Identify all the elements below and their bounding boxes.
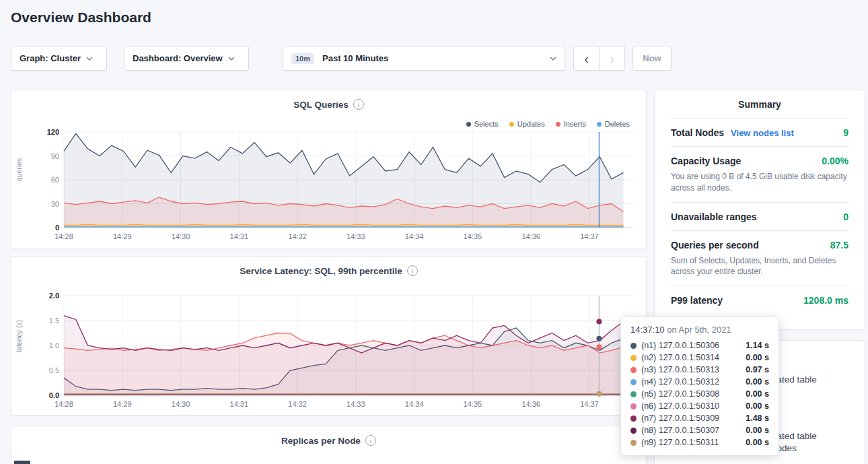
sql-queries-title: SQL Queries i bbox=[11, 99, 646, 110]
svg-text:14:35: 14:35 bbox=[464, 400, 482, 408]
chart-title-text: Replicas per Node bbox=[281, 436, 361, 446]
node-latency-value: 0.00 s bbox=[746, 353, 769, 362]
page-title: Overview Dashboard bbox=[11, 9, 151, 26]
svg-text:14:28: 14:28 bbox=[55, 400, 73, 408]
legend-label: Selects bbox=[474, 120, 499, 128]
node-color-dot bbox=[630, 355, 637, 361]
sql-legend: SelectsUpdatesInsertsDeletes bbox=[466, 120, 630, 128]
legend-label: Inserts bbox=[564, 120, 586, 128]
tooltip-row: (n6) 127.0.0.1:503100.00 s bbox=[630, 400, 769, 412]
graph-dropdown-label: Graph: Cluster bbox=[20, 53, 81, 63]
node-color-dot bbox=[630, 367, 637, 373]
summary-title: Summary bbox=[671, 90, 848, 119]
node-latency-value: 0.00 s bbox=[746, 438, 769, 447]
svg-text:14:36: 14:36 bbox=[521, 400, 540, 408]
legend-dot bbox=[597, 122, 602, 127]
unavailable-ranges-label: Unavailable ranges bbox=[671, 211, 757, 222]
tooltip-date: on Apr 5th, 2021 bbox=[665, 325, 731, 335]
svg-text:14:31: 14:31 bbox=[230, 232, 249, 240]
total-nodes-label: Total Nodes bbox=[671, 127, 724, 138]
service-latency-card: Service Latency: SQL, 99th percentile i … bbox=[11, 256, 647, 416]
legend-label: Updates bbox=[517, 120, 545, 128]
svg-text:120: 120 bbox=[47, 128, 59, 136]
time-next-button[interactable]: › bbox=[599, 46, 625, 71]
chart-hover-tooltip: 14:37:10 on Apr 5th, 2021 (n1) 127.0.0.1… bbox=[620, 317, 779, 456]
node-color-dot bbox=[630, 440, 637, 446]
tooltip-row: (n8) 127.0.0.1:503070.00 s bbox=[630, 424, 769, 436]
info-icon[interactable]: i bbox=[407, 265, 418, 276]
service-latency-title: Service Latency: SQL, 99th percentile i bbox=[11, 265, 646, 276]
svg-text:14:35: 14:35 bbox=[464, 232, 482, 240]
graph-dropdown[interactable]: Graph: Cluster bbox=[11, 46, 107, 71]
clipped-chart-content bbox=[14, 461, 30, 464]
svg-text:14:37: 14:37 bbox=[580, 232, 599, 240]
summary-row-capacity: Capacity Usage 0.00% You are using 0 B o… bbox=[671, 147, 848, 203]
summary-row-total-nodes: Total Nodes View nodes list 9 bbox=[671, 119, 848, 147]
dashboard-dropdown[interactable]: Dashboard: Overview bbox=[124, 46, 249, 71]
now-button-label: Now bbox=[643, 53, 661, 63]
legend-item-inserts[interactable]: Inserts bbox=[556, 120, 586, 128]
node-color-dot bbox=[630, 391, 637, 397]
node-color-dot bbox=[630, 403, 637, 409]
summary-row-p99: P99 latency 1208.0 ms bbox=[671, 286, 848, 314]
svg-text:0.5: 0.5 bbox=[49, 366, 59, 374]
tooltip-row: (n1) 127.0.0.1:503061.14 s bbox=[630, 339, 769, 352]
tooltip-row: (n9) 127.0.0.1:503110.00 s bbox=[630, 436, 769, 449]
svg-text:60: 60 bbox=[51, 176, 59, 184]
view-nodes-list-link[interactable]: View nodes list bbox=[731, 128, 794, 138]
p99-latency-value: 1208.0 ms bbox=[803, 295, 848, 306]
node-address: (n8) 127.0.0.1:50307 bbox=[641, 426, 719, 435]
chevron-down-icon bbox=[86, 57, 93, 61]
svg-text:14:32: 14:32 bbox=[288, 400, 307, 408]
svg-text:14:30: 14:30 bbox=[172, 232, 190, 240]
time-prev-button[interactable]: ‹ bbox=[573, 46, 600, 71]
node-color-dot bbox=[630, 343, 637, 349]
svg-text:14:34: 14:34 bbox=[405, 400, 424, 408]
tooltip-timestamp: 14:37:10 on Apr 5th, 2021 bbox=[630, 325, 769, 335]
chevron-down-icon bbox=[550, 57, 556, 61]
node-latency-value: 0.97 s bbox=[746, 365, 769, 374]
legend-item-updates[interactable]: Updates bbox=[509, 120, 545, 128]
info-icon[interactable]: i bbox=[353, 99, 364, 110]
legend-item-deletes[interactable]: Deletes bbox=[597, 120, 630, 128]
total-nodes-value: 9 bbox=[843, 127, 848, 138]
svg-text:14:37: 14:37 bbox=[580, 400, 599, 408]
summary-row-unavailable-ranges: Unavailable ranges 0 bbox=[671, 203, 848, 231]
capacity-usage-description: You are using 0 B of 4.5 GiB usable disk… bbox=[671, 171, 848, 194]
node-latency-value: 0.00 s bbox=[746, 426, 769, 435]
info-icon[interactable]: i bbox=[365, 435, 376, 446]
node-latency-value: 1.14 s bbox=[746, 341, 769, 350]
svg-text:14:32: 14:32 bbox=[288, 232, 307, 240]
node-latency-value: 0.00 s bbox=[746, 377, 769, 387]
time-range-dropdown[interactable]: 10m Past 10 Minutes bbox=[283, 46, 565, 71]
chevron-down-icon bbox=[228, 57, 235, 61]
summary-panel: Summary Total Nodes View nodes list 9 Ca… bbox=[654, 90, 865, 330]
overview-dashboard-page: { "page": { "title": "Overview Dashboard… bbox=[0, 0, 868, 464]
tooltip-row: (n2) 127.0.0.1:503140.00 s bbox=[630, 352, 769, 364]
svg-text:14:31: 14:31 bbox=[230, 400, 249, 408]
svg-text:0.0: 0.0 bbox=[49, 391, 59, 399]
service-latency-chart[interactable]: 0.00.51.01.52.014:2814:2914:3014:3114:32… bbox=[34, 292, 640, 411]
y-axis-label: queries bbox=[10, 90, 28, 248]
node-color-dot bbox=[630, 379, 637, 385]
summary-row-qps: Queries per second 87.5 Sum of Selects, … bbox=[671, 231, 848, 287]
node-address: (n5) 127.0.0.1:50308 bbox=[641, 389, 719, 399]
p99-latency-label: P99 latency bbox=[671, 295, 723, 306]
capacity-usage-label: Capacity Usage bbox=[671, 156, 741, 166]
qps-label: Queries per second bbox=[671, 240, 759, 251]
chevron-right-icon: › bbox=[610, 52, 614, 65]
capacity-usage-value: 0.00% bbox=[822, 156, 848, 166]
tooltip-rows: (n1) 127.0.0.1:503061.14 s(n2) 127.0.0.1… bbox=[630, 339, 769, 449]
legend-item-selects[interactable]: Selects bbox=[466, 120, 499, 128]
sql-queries-chart[interactable]: 030609012014:2814:2914:3014:3114:3214:33… bbox=[34, 128, 640, 244]
svg-text:2.0: 2.0 bbox=[49, 292, 59, 300]
legend-dot bbox=[466, 122, 471, 127]
replicas-per-node-card: Replicas per Node i bbox=[11, 426, 647, 464]
svg-text:14:36: 14:36 bbox=[521, 232, 540, 240]
replicas-per-node-title: Replicas per Node i bbox=[11, 435, 646, 446]
now-button[interactable]: Now bbox=[632, 46, 672, 71]
tooltip-row: (n4) 127.0.0.1:503120.00 s bbox=[630, 376, 769, 388]
svg-text:1.5: 1.5 bbox=[49, 317, 59, 325]
node-color-dot bbox=[630, 428, 637, 434]
svg-text:30: 30 bbox=[51, 200, 59, 208]
